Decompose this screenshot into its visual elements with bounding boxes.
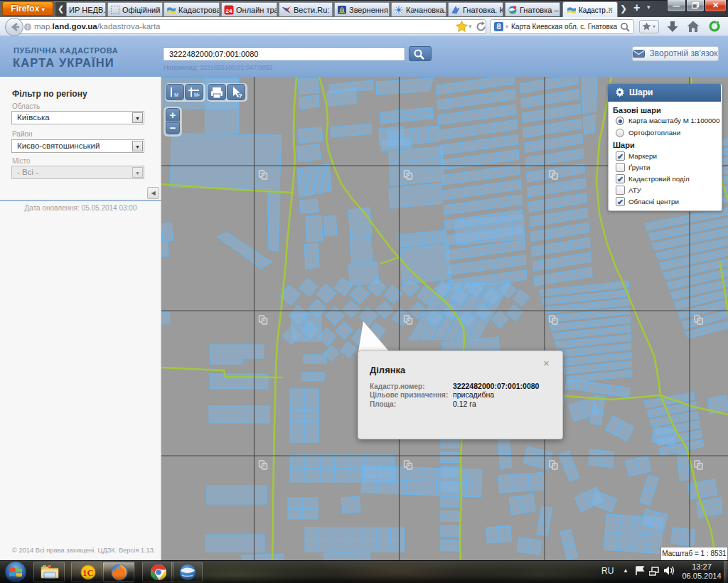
svg-text:M: M [174,92,178,97]
svg-text:1С: 1С [82,567,94,578]
svg-text:24: 24 [226,8,232,14]
svg-text:?: ? [238,92,242,100]
svg-text:M²: M² [194,92,200,97]
